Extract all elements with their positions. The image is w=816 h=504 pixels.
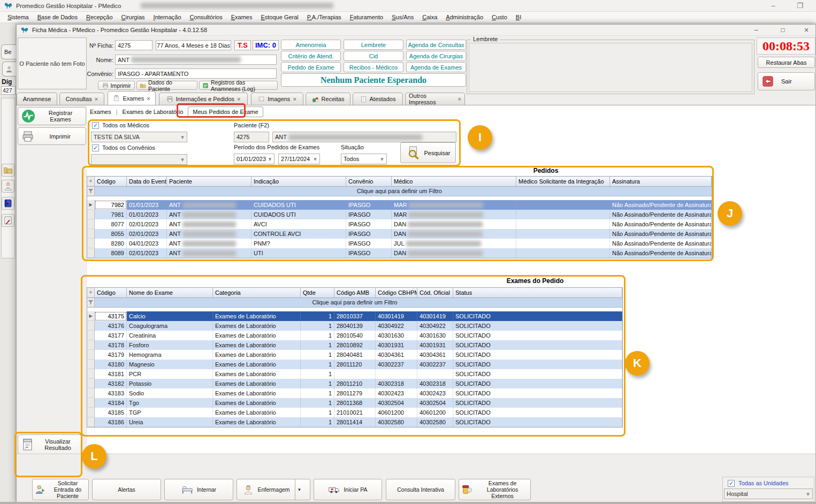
- background-person-tab[interactable]: [2, 62, 16, 77]
- unidade-dropdown[interactable]: Hospital▾: [724, 488, 813, 499]
- filter-row[interactable]: Clique aqui para definir um Filtro: [87, 187, 712, 196]
- tab-anamnese[interactable]: Anamnese: [17, 93, 57, 105]
- menu-item[interactable]: Custo: [487, 13, 512, 21]
- convenio-field[interactable]: IPASGO - APARTAMENTO: [115, 68, 277, 79]
- menu-item[interactable]: Exames: [227, 13, 257, 21]
- medico-dropdown[interactable]: TESTE DA SILVA▾: [91, 132, 187, 142]
- tab-imagens[interactable]: Imagens×: [251, 93, 303, 105]
- imc-badge[interactable]: IMC: 0: [253, 40, 279, 50]
- quick-button[interactable]: Lembrete: [344, 40, 403, 50]
- menu-item[interactable]: Cirurgias: [117, 13, 149, 21]
- column-header[interactable]: Código AMB: [334, 288, 376, 297]
- column-header[interactable]: Nome do Exame: [127, 288, 213, 297]
- tab-exames[interactable]: Exames×: [108, 91, 156, 105]
- column-header[interactable]: Médico Solicitante da Integração: [516, 177, 610, 186]
- quick-button[interactable]: Critério de Atend.: [281, 51, 341, 61]
- window-close-button[interactable]: ×: [798, 25, 814, 35]
- column-header[interactable]: Convênio: [346, 177, 392, 186]
- table-row[interactable]: 798101/01/2023ANTCUIDADOS UTIIPASGOMARNã…: [87, 210, 712, 219]
- table-row[interactable]: 43182PotassioExames de Laboratório128011…: [87, 379, 622, 388]
- quick-button[interactable]: Recibos - Médicos: [344, 62, 403, 72]
- ts-badge[interactable]: T.S: [234, 40, 251, 50]
- column-header[interactable]: Qtde: [301, 288, 334, 297]
- tab-receitas[interactable]: Receitas: [306, 93, 350, 105]
- column-header[interactable]: Cód. Oficial: [417, 288, 453, 297]
- tab-interna-es-e-pedidos[interactable]: Internações e Pedidos×: [159, 93, 248, 105]
- menu-item[interactable]: Consultórios: [186, 13, 227, 21]
- subtab-exames-laboratorio[interactable]: Exames de Laboratório: [121, 109, 185, 115]
- column-header[interactable]: Médico: [392, 177, 516, 186]
- menu-item[interactable]: Internação: [149, 13, 186, 21]
- bottom-button-internar[interactable]: Internar: [164, 479, 233, 500]
- app-minimize-button[interactable]: –: [764, 0, 782, 12]
- bottom-button-solicitar-entrada-do-paciente[interactable]: Solicitar Entrada do Paciente: [32, 479, 89, 500]
- menu-item[interactable]: P.A./Terapias: [303, 13, 346, 21]
- folder-person-icon[interactable]: [2, 164, 14, 177]
- table-row[interactable]: 43177CreatininaExames de Laboratório1280…: [87, 331, 622, 340]
- filter-row[interactable]: Clique aqui para definir um Filtro: [87, 298, 622, 308]
- book-icon[interactable]: [2, 197, 14, 210]
- menu-item[interactable]: Sus/Ans: [387, 13, 418, 21]
- menu-item[interactable]: Administração: [441, 13, 487, 21]
- convenio-dropdown[interactable]: ▾: [91, 154, 187, 165]
- menu-item[interactable]: Caixa: [418, 13, 441, 21]
- tab-consultas[interactable]: Consultas×: [59, 93, 104, 105]
- imprimir-side-button[interactable]: Imprimir: [18, 127, 86, 145]
- column-header[interactable]: Status: [453, 288, 622, 297]
- column-header[interactable]: Assinatura: [610, 177, 712, 186]
- subtab-exames[interactable]: Exames: [89, 109, 112, 115]
- table-row[interactable]: 808902/01/2023ANTUTIIPASGODANNão Assinad…: [87, 248, 712, 258]
- background-tab[interactable]: Be: [1, 44, 16, 59]
- bottom-button-exames-de-laborat-rios-externos[interactable]: Exames de Laboratórios Externos: [459, 479, 531, 500]
- menu-item[interactable]: Estoque Geral: [256, 13, 302, 21]
- situacao-dropdown[interactable]: Todos▾: [341, 154, 387, 164]
- window-minimize-button[interactable]: –: [748, 25, 764, 35]
- quick-button[interactable]: Pedido de Exame: [281, 62, 341, 72]
- column-header[interactable]: Indicação: [251, 177, 346, 186]
- menu-item[interactable]: BI: [512, 13, 525, 21]
- menu-item[interactable]: Faturamento: [346, 13, 387, 21]
- table-row[interactable]: 43180MagnesioExames de Laboratório128011…: [87, 360, 622, 369]
- tab-close-icon[interactable]: ×: [458, 96, 461, 102]
- column-header[interactable]: Código: [95, 288, 127, 297]
- table-row[interactable]: 43185TGPExames de Laboratório12101002140…: [87, 408, 622, 417]
- tab-close-icon[interactable]: ×: [237, 96, 240, 102]
- table-row[interactable]: 43181PCRExames de Laboratório1SOLICITADO: [87, 369, 622, 379]
- column-header[interactable]: Data do Event: [127, 177, 167, 186]
- menu-item[interactable]: Recepção: [82, 13, 117, 21]
- window-maximize-button[interactable]: □: [775, 25, 791, 35]
- table-row[interactable]: 43176CoagulogramaExames de Laboratório12…: [87, 321, 622, 331]
- quick-button[interactable]: Amenorreia: [281, 40, 341, 50]
- column-header[interactable]: Paciente: [167, 177, 251, 186]
- table-row[interactable]: 43179HemogramaExames de Laboratório12804…: [87, 350, 622, 360]
- bottom-button-iniciar-pa[interactable]: Iniciar PA: [314, 479, 382, 500]
- todos-convenios-checkbox[interactable]: ✓: [92, 144, 99, 151]
- table-row[interactable]: ▶43175CalcioExames de Laboratório1280103…: [87, 311, 622, 321]
- tab-outros-impressos[interactable]: Outros Impressos×: [405, 93, 465, 105]
- quick-button[interactable]: Cid: [344, 51, 403, 61]
- quick-button[interactable]: Agenda de Consultas: [406, 40, 466, 50]
- sair-button[interactable]: Sair: [758, 72, 815, 90]
- doctor-icon[interactable]: [2, 180, 14, 193]
- quick-button[interactable]: Agenda de Cirurgias: [406, 51, 466, 61]
- column-header[interactable]: Categoria: [213, 288, 301, 297]
- restaurar-abas-button[interactable]: Restaurar Abas: [758, 57, 815, 68]
- table-row[interactable]: 828004/01/2023ANTPNM?IPASGOJULNão Assina…: [87, 239, 712, 248]
- app-restore-button[interactable]: ❐: [791, 0, 809, 12]
- ficha-number-field[interactable]: 4275: [115, 40, 152, 50]
- registrar-exames-button[interactable]: Registrar Exames: [18, 107, 86, 125]
- lembrete-textarea[interactable]: [469, 43, 752, 92]
- tab-close-icon[interactable]: ×: [293, 96, 296, 102]
- table-row[interactable]: 43178FosforoExames de Laboratório1280108…: [87, 340, 622, 350]
- notepad-icon[interactable]: [2, 214, 14, 227]
- bottom-button-enfermagem[interactable]: Enfermagem▼: [237, 479, 310, 500]
- table-row[interactable]: 43183SodioExames de Laboratório128011279…: [87, 388, 622, 398]
- tab-close-icon[interactable]: ×: [95, 96, 98, 102]
- patient-name-field[interactable]: ANT: [115, 55, 277, 65]
- todos-medicos-checkbox[interactable]: ✓: [92, 122, 99, 129]
- subtab-meus-pedidos[interactable]: Meus Pedidos de Exame: [188, 106, 263, 117]
- quick-button[interactable]: Agenda de Exames: [406, 62, 466, 72]
- paciente-ficha-field[interactable]: 4275: [234, 132, 269, 142]
- imprimir-mini-button[interactable]: Imprimir: [98, 81, 135, 90]
- table-row[interactable]: ▶798201/01/2023ANTCUIDADOS UTIIPASGOMARN…: [87, 200, 712, 210]
